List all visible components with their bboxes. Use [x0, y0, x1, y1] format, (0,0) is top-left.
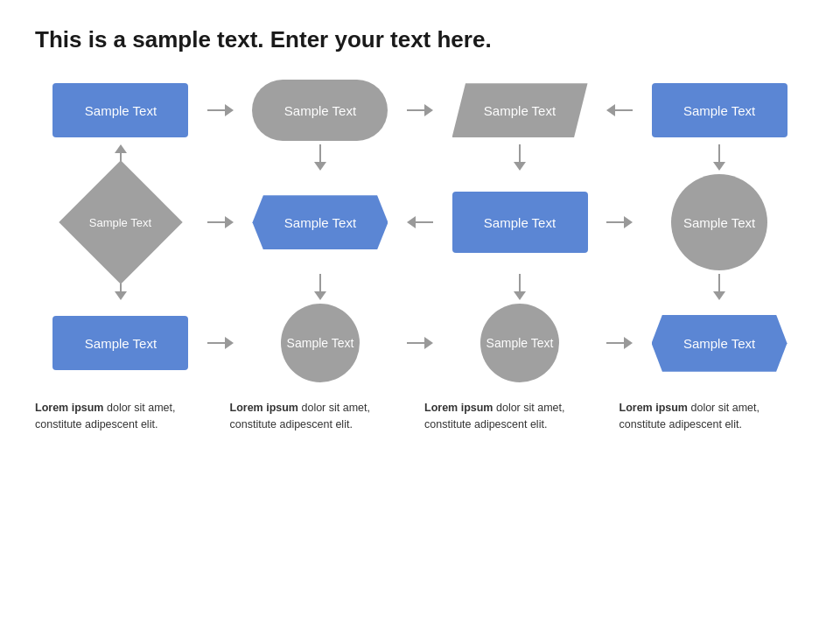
arrow-down-icon: [314, 274, 326, 300]
diagram-row-2: Sample Text Sample Text Sample: [35, 174, 805, 270]
node-r3c4: Sample Text: [634, 315, 805, 372]
shape-hexagon-blue2-r3c4: Sample Text: [652, 315, 788, 372]
shape-parallelogram-r1c3: Sample Text: [452, 83, 588, 137]
node-r3c2: Sample Text: [234, 304, 406, 382]
arrow-down-icon: [514, 274, 526, 300]
shape-rect-blue2-r2c3: Sample Text: [452, 192, 588, 253]
diagram-row-1: Sample Text Sample Text Sample: [35, 80, 805, 141]
arrow-left-icon: [407, 216, 433, 228]
page-title: This is a sample text. Enter your text h…: [35, 26, 805, 53]
desc-col-3: Lorem ipsum dolor sit amet, constitute a…: [424, 400, 611, 433]
connector-r2-3: [606, 216, 634, 228]
shape-rect-blue-r3c1: Sample Text: [52, 316, 188, 370]
descriptions: Lorem ipsum dolor sit amet, constitute a…: [35, 400, 805, 433]
v-arrow-r1c3-down: [434, 144, 606, 171]
between-rows-2-3: [35, 270, 805, 304]
desc-bold-3: Lorem ipsum: [424, 402, 494, 414]
node-r2c2: Sample Text: [234, 195, 406, 249]
arrow-right-icon: [207, 104, 234, 116]
desc-bold-4: Lorem ipsum: [620, 402, 689, 414]
shape-rounded-gray-r1c2: Sample Text: [252, 80, 388, 141]
desc-col-2: Lorem ipsum dolor sit amet, constitute a…: [230, 400, 416, 433]
connector-r1-1: [206, 104, 234, 116]
arrow-right-icon: [407, 337, 433, 349]
desc-col-1: Lorem ipsum dolor sit amet, constitute a…: [35, 400, 221, 433]
connector-r1-2: [406, 104, 434, 116]
shape-rect-blue-r1c4: Sample Text: [652, 83, 788, 137]
shape-diamond-r2c1: Sample Text: [59, 160, 182, 284]
connector-r2-1: [206, 216, 234, 228]
connector-r3-1: [206, 337, 234, 349]
v-arrow-r2c3-down: [434, 274, 606, 300]
flow-diagram: Sample Text Sample Text Sample: [35, 80, 805, 382]
arrow-down-icon: [514, 144, 526, 171]
page: This is a sample text. Enter your text h…: [0, 0, 840, 630]
node-r1c2: Sample Text: [234, 80, 406, 141]
desc-bold-2: Lorem ipsum: [230, 402, 299, 414]
node-r1c3: Sample Text: [434, 83, 606, 137]
shape-circle-gray-sm-r3c2: Sample Text: [281, 304, 360, 382]
connector-r3-3: [606, 337, 634, 349]
shape-circle-gray-r2c4: Sample Text: [671, 174, 767, 270]
desc-col-4: Lorem ipsum dolor sit amet, constitute a…: [620, 400, 806, 433]
arrow-right-icon: [606, 337, 633, 349]
node-r2c1: Sample Text: [35, 178, 206, 266]
arrow-down-icon: [713, 274, 725, 300]
arrow-right-icon: [207, 337, 234, 349]
node-r3c3: Sample Text: [434, 304, 606, 382]
diagram-row-3: Sample Text Sample Text Sample: [35, 304, 805, 382]
node-r1c4: Sample Text: [634, 83, 805, 137]
shape-circle-gray-sm-r3c3: Sample Text: [480, 304, 559, 382]
shape-rect-blue-r1c1: Sample Text: [52, 83, 188, 137]
arrow-down-icon: [713, 144, 725, 171]
node-r2c3: Sample Text: [434, 192, 606, 253]
arrow-right-icon: [407, 104, 433, 116]
arrow-right-icon: [606, 216, 633, 228]
arrow-left-icon: [606, 104, 633, 116]
between-rows-1-2: [35, 141, 805, 174]
node-r3c1: Sample Text: [35, 316, 206, 370]
connector-r3-2: [406, 337, 434, 349]
v-arrow-r2c4-down: [634, 274, 805, 300]
connector-r1-3: [606, 104, 634, 116]
v-arrow-r1c4-down: [634, 144, 805, 171]
connector-r2-2: [406, 216, 434, 228]
v-arrow-r1c2-down: [234, 144, 406, 171]
desc-bold-1: Lorem ipsum: [35, 402, 104, 414]
shape-hexagon-blue-r2c2: Sample Text: [252, 195, 388, 249]
arrow-down-icon: [314, 144, 326, 171]
node-r1c1: Sample Text: [35, 83, 206, 137]
arrow-right-icon: [207, 216, 234, 228]
v-arrow-r2c2-down: [234, 274, 406, 300]
node-r2c4: Sample Text: [634, 174, 805, 270]
